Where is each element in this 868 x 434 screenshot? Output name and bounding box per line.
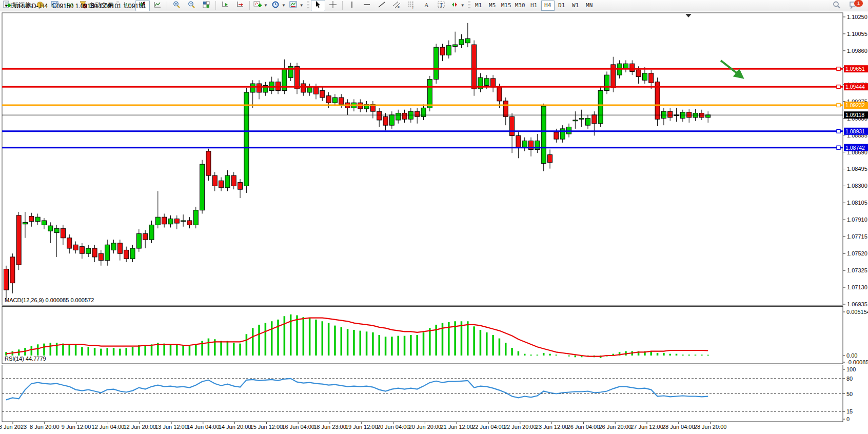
text-button[interactable]: A [419, 0, 433, 11]
chat-notification-badge: 1 [854, 0, 863, 7]
search-button[interactable] [829, 0, 843, 11]
timeframe-button-mn[interactable]: MN [583, 1, 596, 11]
svg-text:20 Jun 20:00: 20 Jun 20:00 [409, 424, 442, 430]
svg-text:0: 0 [846, 416, 850, 422]
timeframe-button-h1[interactable]: H1 [527, 1, 541, 11]
svg-text:21 Jun 12:00: 21 Jun 12:00 [440, 424, 473, 430]
chart-shift-button[interactable] [233, 0, 247, 11]
svg-text:20 Jun 04:00: 20 Jun 04:00 [377, 424, 410, 430]
chevron-down-icon: ▼ [300, 3, 304, 8]
zoom-out-button[interactable] [184, 0, 199, 11]
crosshair-icon [329, 1, 337, 10]
svg-text:13 Jun 12:00: 13 Jun 12:00 [155, 424, 188, 430]
toolbar-grip[interactable] [468, 1, 470, 10]
arrows-icon [450, 1, 459, 10]
chart-window[interactable]: 1.102501.100551.098601.096651.094701.092… [0, 11, 868, 434]
crosshair-button[interactable] [326, 0, 340, 11]
chevron-down-icon: ▼ [264, 3, 268, 8]
svg-text:18 Jun 23:00: 18 Jun 23:00 [313, 424, 346, 430]
templates-icon [289, 1, 298, 10]
zoom-out-icon [187, 1, 195, 10]
label-button[interactable]: T [434, 0, 448, 11]
svg-text:9 Jun 12:00: 9 Jun 12:00 [62, 424, 91, 430]
rsi-indicator-label: RSI(14) 44.7779 [5, 356, 46, 362]
svg-text:28 Jun 04:00: 28 Jun 04:00 [662, 424, 695, 430]
timeframe-button-m1[interactable]: M1 [472, 1, 485, 11]
toolbar-grip[interactable] [307, 1, 309, 10]
chevron-down-icon: ▼ [461, 3, 465, 8]
indicators-button[interactable]: ▼ [252, 0, 269, 11]
fibonacci-button[interactable]: F [404, 0, 419, 11]
cursor-icon [314, 1, 322, 10]
svg-text:1.08105: 1.08105 [847, 200, 867, 206]
zoom-in-button[interactable] [169, 0, 184, 11]
autoscroll-icon [221, 1, 229, 10]
timeframe-button-h4[interactable]: H4 [541, 1, 555, 11]
svg-text:1.07910: 1.07910 [847, 216, 867, 223]
svg-text:1.07520: 1.07520 [847, 250, 867, 257]
svg-text:E: E [398, 6, 400, 9]
svg-text:1.08931: 1.08931 [845, 128, 865, 134]
tile-windows-icon [202, 1, 210, 10]
svg-text:14 Jun 04:00: 14 Jun 04:00 [187, 424, 220, 430]
svg-text:26 Jun 20:00: 26 Jun 20:00 [599, 424, 632, 430]
templates-button[interactable]: ▼ [288, 0, 305, 11]
cursor-button[interactable] [311, 0, 325, 11]
timeframe-button-m15[interactable]: M15 [500, 1, 513, 11]
svg-text:22 Jun 20:00: 22 Jun 20:00 [504, 424, 537, 430]
zoom-in-icon [172, 1, 181, 10]
svg-text:1.09444: 1.09444 [845, 84, 865, 90]
autoscroll-button[interactable] [218, 0, 232, 11]
svg-text:8 Jun 2023: 8 Jun 2023 [0, 424, 27, 430]
svg-text:23 Jun 12:00: 23 Jun 12:00 [536, 424, 568, 430]
svg-text:12 Jun 04:00: 12 Jun 04:00 [92, 424, 125, 430]
svg-text:0.005154: 0.005154 [846, 309, 868, 315]
search-icon [832, 1, 841, 11]
svg-text:1.08495: 1.08495 [847, 166, 867, 172]
label-icon: T [437, 1, 445, 10]
svg-text:80: 80 [846, 376, 853, 382]
channel-button[interactable]: E [389, 0, 404, 11]
svg-text:A: A [424, 2, 429, 9]
one-click-trading-toggle[interactable]: ▼ [4, 4, 8, 8]
timeframe-button-m5[interactable]: M5 [486, 1, 499, 11]
svg-text:1.09651: 1.09651 [845, 66, 865, 72]
trendline-button[interactable] [374, 0, 389, 11]
svg-text:T: T [440, 2, 443, 8]
svg-text:8 Jun 20:00: 8 Jun 20:00 [30, 424, 60, 430]
chart-canvas[interactable]: 1.102501.100551.098601.096651.094701.092… [0, 11, 868, 434]
timeframe-button-m30[interactable]: M30 [514, 1, 527, 11]
chart-symbol-period: EURUSD-,H4 [10, 3, 48, 10]
arrows-button[interactable]: ▼ [449, 0, 466, 11]
svg-text:27 Jun 12:00: 27 Jun 12:00 [630, 424, 663, 430]
price-axis[interactable] [843, 17, 845, 304]
periods-button[interactable]: ▼ [270, 0, 287, 11]
svg-text:1.10055: 1.10055 [847, 31, 867, 37]
svg-text:28 Jun 20:00: 28 Jun 20:00 [694, 424, 727, 430]
line-chart-button[interactable] [150, 0, 165, 11]
svg-text:1.09118: 1.09118 [845, 112, 864, 118]
svg-text:14 Jun 20:00: 14 Jun 20:00 [219, 424, 251, 430]
vertical-line-icon [348, 1, 356, 10]
svg-text:1.09232: 1.09232 [845, 102, 865, 108]
svg-text:1.07715: 1.07715 [847, 233, 867, 240]
svg-text:100: 100 [846, 366, 856, 372]
vertical-line-button[interactable] [345, 0, 359, 11]
tile-windows-button[interactable] [199, 0, 213, 11]
chart-shift-icon [236, 1, 244, 10]
chat-button[interactable]: 1 [846, 0, 861, 11]
line-chart-icon [153, 1, 162, 10]
svg-text:0.00: 0.00 [846, 352, 857, 359]
timeframe-button-d1[interactable]: D1 [555, 1, 568, 11]
svg-text:1.06935: 1.06935 [847, 301, 867, 307]
svg-text:1.07325: 1.07325 [847, 267, 867, 273]
horizontal-line-button[interactable] [360, 0, 374, 11]
svg-text:1.08742: 1.08742 [845, 145, 865, 151]
trendline-icon [378, 1, 386, 10]
timeframe-button-w1[interactable]: W1 [569, 1, 582, 11]
svg-text:1.08300: 1.08300 [847, 183, 867, 189]
fibonacci-icon: F [407, 1, 416, 10]
channel-icon: E [392, 1, 401, 10]
indicators-icon [253, 1, 262, 10]
svg-text:1.09860: 1.09860 [847, 48, 867, 54]
